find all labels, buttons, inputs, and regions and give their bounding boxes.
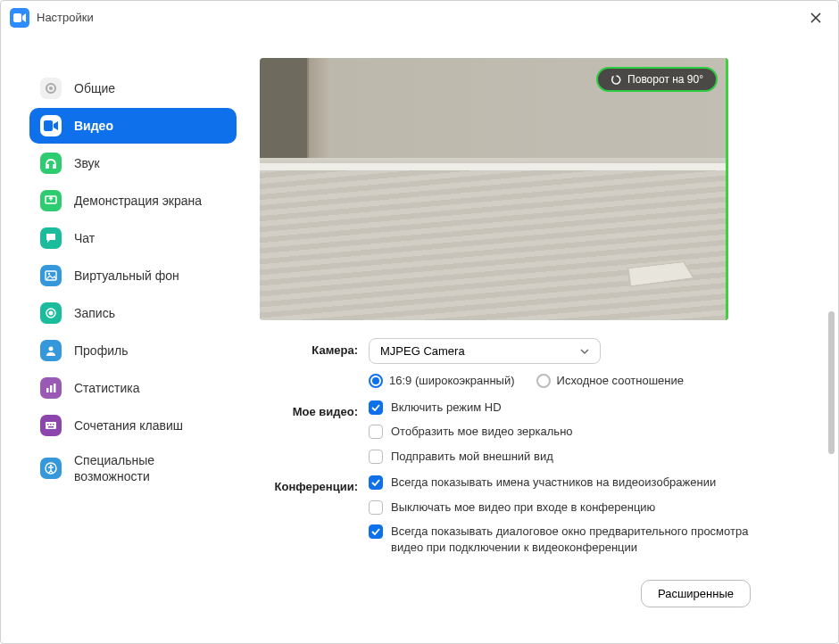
rotate-icon <box>611 74 622 86</box>
chat-icon <box>40 227 62 249</box>
meeting-row: Конференции: Всегда показывать имена уча… <box>260 475 760 555</box>
show-names-label: Всегда показывать имена участников на ви… <box>391 475 716 491</box>
sidebar-item-label: Общие <box>74 80 115 96</box>
svg-point-9 <box>49 347 54 351</box>
mirror-label: Отобразить мое видео зеркально <box>391 424 573 440</box>
gear-icon <box>40 78 62 99</box>
svg-rect-15 <box>50 424 52 425</box>
headphones-icon <box>40 153 62 174</box>
main-content: Поворот на 90° Камера: MJPEG Camera <box>251 35 838 643</box>
myvideo-label: Мое видео: <box>260 400 358 418</box>
video-preview: Поворот на 90° <box>260 58 728 320</box>
sidebar-item-label: Сочетания клавиш <box>74 417 183 433</box>
sidebar-item-shortcuts[interactable]: Сочетания клавиш <box>29 408 237 443</box>
svg-rect-10 <box>46 388 49 392</box>
close-button[interactable] <box>802 4 829 31</box>
myvideo-row: Мое видео: Включить режим HD Отобразить … <box>260 400 760 465</box>
svg-rect-12 <box>54 384 56 392</box>
checkbox-icon <box>369 500 383 515</box>
close-icon <box>810 12 821 23</box>
sidebar-item-label: Виртуальный фон <box>74 268 179 284</box>
radio-icon <box>369 374 383 388</box>
sidebar-item-label: Специальные возможности <box>74 452 226 484</box>
video-icon <box>40 115 62 136</box>
sidebar-item-label: Демонстрация экрана <box>74 193 202 209</box>
window-body: Общие Видео Звук Демонстрация экрана Чат… <box>1 35 838 643</box>
sidebar-item-share[interactable]: Демонстрация экрана <box>29 183 237 219</box>
hd-label: Включить режим HD <box>391 400 502 416</box>
keyboard-icon <box>40 415 62 436</box>
sidebar-item-recording[interactable]: Запись <box>29 295 237 331</box>
sidebar-item-audio[interactable]: Звук <box>29 145 237 181</box>
rotate-90-button[interactable]: Поворот на 90° <box>596 67 718 92</box>
sidebar-item-profile[interactable]: Профиль <box>29 333 237 368</box>
scrollbar[interactable] <box>828 311 835 454</box>
preview-dialog-label: Всегда показывать диалоговое окно предва… <box>391 524 760 555</box>
hd-checkbox[interactable]: Включить режим HD <box>369 400 760 416</box>
camera-label: Камера: <box>260 338 358 357</box>
titlebar: Настройки <box>1 1 838 35</box>
window-title: Настройки <box>37 11 802 24</box>
image-icon <box>40 265 62 286</box>
settings-window: Настройки Общие Видео Звук Демонстрация … <box>0 0 839 644</box>
sidebar-item-video[interactable]: Видео <box>29 108 237 144</box>
settings-form: Камера: MJPEG Camera 16:9 (широкоэкранны… <box>260 338 760 607</box>
screen-share-icon <box>40 190 62 211</box>
sidebar-item-label: Статистика <box>74 380 140 396</box>
sidebar-item-label: Запись <box>74 305 115 321</box>
meeting-label: Конференции: <box>260 475 358 493</box>
rotate-label: Поворот на 90° <box>627 73 703 86</box>
camera-value: MJPEG Camera <box>380 344 465 358</box>
svg-rect-11 <box>50 385 53 392</box>
app-icon <box>10 8 29 28</box>
checkbox-icon <box>369 400 383 415</box>
svg-point-6 <box>48 273 50 275</box>
checkbox-icon <box>369 524 383 539</box>
accessibility-icon <box>40 458 62 479</box>
radio-icon <box>536 374 551 388</box>
sidebar-item-chat[interactable]: Чат <box>29 220 237 256</box>
svg-point-2 <box>49 87 53 90</box>
ratio-original-label: Исходное соотношение <box>557 373 685 389</box>
preview-dialog-checkbox[interactable]: Всегда показывать диалоговое окно предва… <box>369 524 760 555</box>
camera-row: Камера: MJPEG Camera 16:9 (широкоэкранны… <box>260 338 760 389</box>
sidebar-item-general[interactable]: Общие <box>29 70 237 106</box>
sidebar-item-label: Чат <box>74 230 95 246</box>
sidebar-item-virtual-bg[interactable]: Виртуальный фон <box>29 258 237 293</box>
svg-rect-13 <box>46 422 56 429</box>
sidebar: Общие Видео Звук Демонстрация экрана Чат… <box>1 35 251 643</box>
svg-rect-16 <box>53 424 54 425</box>
mute-video-label: Выключать мое видео при входе в конферен… <box>391 500 655 516</box>
ratio-wide-label: 16:9 (широкоэкранный) <box>389 373 515 389</box>
ratio-original-radio[interactable]: Исходное соотношение <box>536 373 685 389</box>
sidebar-item-label: Звук <box>74 155 100 171</box>
sidebar-item-label: Видео <box>74 118 113 134</box>
mirror-checkbox[interactable]: Отобразить мое видео зеркально <box>369 424 760 440</box>
touch-up-label: Подправить мой внешний вид <box>391 449 553 465</box>
sidebar-item-label: Профиль <box>74 343 128 359</box>
ratio-wide-radio[interactable]: 16:9 (широкоэкранный) <box>369 373 515 389</box>
checkbox-icon <box>369 450 383 464</box>
show-names-checkbox[interactable]: Всегда показывать имена участников на ви… <box>369 475 760 491</box>
svg-rect-17 <box>48 426 54 428</box>
svg-rect-3 <box>44 120 53 131</box>
person-icon <box>40 340 62 361</box>
chart-icon <box>40 377 62 399</box>
svg-point-19 <box>50 465 52 466</box>
advanced-button[interactable]: Расширенные <box>641 580 751 607</box>
chevron-down-icon <box>580 349 589 354</box>
checkbox-icon <box>369 475 383 490</box>
camera-select[interactable]: MJPEG Camera <box>369 338 601 364</box>
svg-point-8 <box>49 311 54 316</box>
checkbox-icon <box>369 425 383 439</box>
sidebar-item-statistics[interactable]: Статистика <box>29 370 237 406</box>
record-icon <box>40 302 62 324</box>
svg-rect-0 <box>13 13 21 22</box>
svg-rect-14 <box>47 424 49 425</box>
sidebar-item-accessibility[interactable]: Специальные возможности <box>29 445 237 491</box>
mute-video-checkbox[interactable]: Выключать мое видео при входе в конферен… <box>369 500 760 516</box>
touch-up-checkbox[interactable]: Подправить мой внешний вид <box>369 449 760 465</box>
